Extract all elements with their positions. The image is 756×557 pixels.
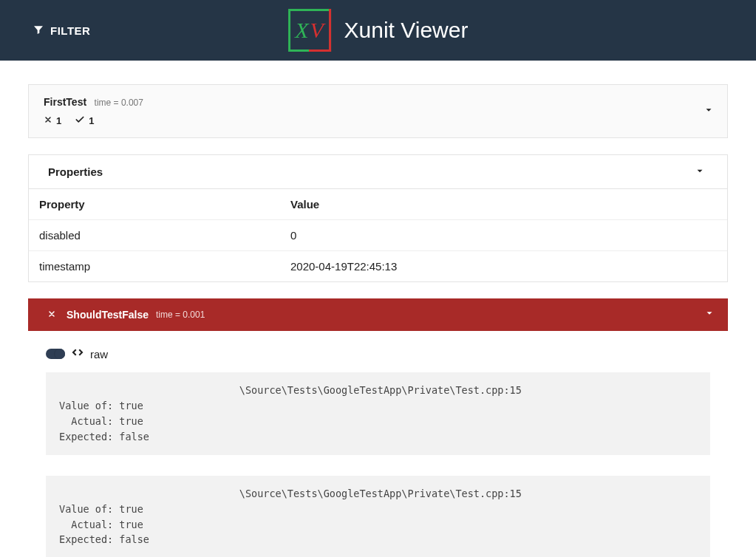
properties-title: Properties [48,165,103,178]
col-property: Property [29,189,280,220]
code-line: Value of: true [59,503,143,515]
chevron-down-icon[interactable] [704,308,715,321]
main-content: FirstTest time = 0.007 1 1 Properties [0,61,756,557]
check-icon [75,115,85,127]
test-name: ShouldTestFalse [67,309,149,321]
x-icon [47,309,56,321]
file-path-tail: \Source\Tests\GoogleTestApp\Private\Test… [239,488,522,499]
properties-header[interactable]: Properties [29,155,727,189]
code-line: Expected: false [59,431,149,442]
property-value: 0 [280,220,727,251]
error-block: XXXXXXXXXXXXXXXXXXXXXXXXXXXXXX\Source\Te… [46,372,710,455]
code-line: Actual: true [59,415,143,427]
code-line: Value of: true [59,400,143,411]
suite-counts: 1 1 [44,115,712,127]
properties-panel: Properties Property Value disabled 0 tim… [28,154,728,282]
suite-time: time = 0.007 [95,98,143,108]
property-key: timestamp [29,251,280,282]
brand: X V Xunit Viewer [288,9,469,52]
test-card: ShouldTestFalse time = 0.001 raw XXXXXXX… [28,298,728,557]
fail-count: 1 [44,115,61,127]
code-line: Actual: true [59,519,143,530]
property-value: 2020-04-19T22:45:13 [280,251,727,282]
test-header[interactable]: ShouldTestFalse time = 0.001 [28,298,728,331]
raw-toggle[interactable] [46,349,65,359]
code-line: Expected: false [59,533,149,545]
filter-button[interactable]: FILTER [33,24,90,38]
error-block: XXXXXXXXXXXXXXXXXXXXXXXXXXXXXX\Source\Te… [46,476,710,557]
file-path-tail: \Source\Tests\GoogleTestApp\Private\Test… [239,384,522,396]
chevron-down-icon[interactable] [695,165,705,178]
suite-card[interactable]: FirstTest time = 0.007 1 1 [28,84,728,138]
property-key: disabled [29,220,280,251]
raw-toggle-row: raw [46,346,710,362]
test-time: time = 0.001 [156,310,205,320]
test-body: raw XXXXXXXXXXXXXXXXXXXXXXXXXXXXXX\Sourc… [28,331,728,557]
chevron-down-icon[interactable] [704,105,714,118]
suite-name: FirstTest [44,96,86,108]
filter-icon [33,24,44,38]
pass-count: 1 [75,115,94,127]
logo-icon: X V [288,9,331,52]
col-value: Value [280,189,727,220]
code-icon [71,346,84,362]
properties-table: Property Value disabled 0 timestamp 2020… [29,189,727,281]
table-row: timestamp 2020-04-19T22:45:13 [29,251,727,282]
table-row: disabled 0 [29,220,727,251]
raw-label: raw [90,348,108,360]
x-icon [44,115,52,126]
app-header: FILTER X V Xunit Viewer [0,0,756,61]
filter-label: FILTER [50,24,90,37]
app-title: Xunit Viewer [344,18,469,43]
